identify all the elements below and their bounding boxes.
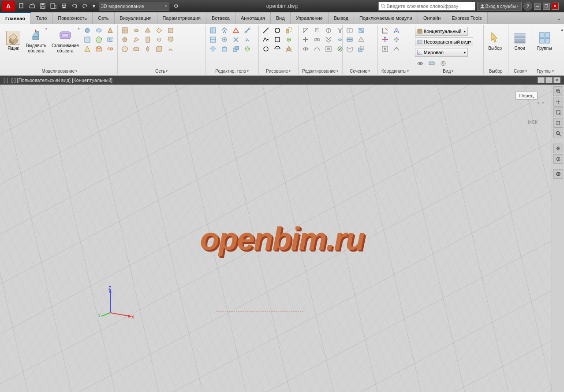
edit-btn-5[interactable] xyxy=(312,35,322,44)
edit-btn-3[interactable] xyxy=(300,44,311,53)
tab-express[interactable]: Express Tools xyxy=(446,12,487,24)
tab-output[interactable]: Вывод xyxy=(329,12,354,24)
workspace-customize[interactable]: ⚙ xyxy=(171,1,181,11)
editing-group-arrow[interactable]: ▾ xyxy=(336,69,338,73)
mesh-btn-10[interactable] xyxy=(154,26,164,35)
editbody-group-arrow[interactable]: ▾ xyxy=(247,69,249,73)
print-button[interactable] xyxy=(59,1,69,11)
sect-btn-3[interactable] xyxy=(344,44,355,53)
view-dropdown[interactable]: Несохраненный вид ▾ xyxy=(415,37,473,46)
draw-btn-8[interactable] xyxy=(284,35,294,44)
layers-group-arrow[interactable]: ▾ xyxy=(525,69,527,73)
ucs-dropdown[interactable]: Мировая ▾ xyxy=(415,48,468,57)
edit-btn-4[interactable] xyxy=(312,26,322,35)
sect-btn-4[interactable] xyxy=(356,26,366,35)
tab-online[interactable]: Онлайн xyxy=(418,12,446,24)
coord-btn-2[interactable] xyxy=(380,35,390,44)
coordinates-group-arrow[interactable]: ▾ xyxy=(407,69,409,73)
autocad-logo[interactable]: A xyxy=(2,1,15,11)
restore-button[interactable]: ❐ xyxy=(543,3,550,10)
tab-surface[interactable]: Поверхность xyxy=(52,12,93,24)
editbody-btn-3[interactable] xyxy=(208,44,218,53)
extrude-button[interactable]: Выдавитьобъекта ▾ xyxy=(24,26,49,56)
view-group-arrow[interactable]: ▾ xyxy=(452,69,453,73)
mesh-group-arrow[interactable]: ▾ xyxy=(166,69,168,73)
orbit-btn[interactable] xyxy=(553,144,563,153)
quick-access-dropdown[interactable]: ▾ xyxy=(91,1,97,11)
modeling-group-arrow[interactable]: ▾ xyxy=(75,69,77,73)
mesh-btn-7[interactable] xyxy=(142,26,153,35)
search-input[interactable] xyxy=(387,4,466,9)
zoom-extents-btn[interactable] xyxy=(553,118,563,128)
draw-btn-6[interactable] xyxy=(272,44,283,53)
editbody-btn-9[interactable] xyxy=(231,44,241,53)
login-button[interactable]: Вход в службы ▾ xyxy=(477,2,522,11)
minimize-button[interactable]: ─ xyxy=(534,3,541,10)
steering-wheel-btn[interactable] xyxy=(553,169,563,179)
saveas-button[interactable] xyxy=(49,1,58,11)
edit-btn-6[interactable] xyxy=(312,44,322,53)
editbody-btn-10[interactable] xyxy=(242,26,253,35)
tab-body[interactable]: Тело xyxy=(31,12,53,24)
small-btn-7[interactable] xyxy=(105,26,116,35)
tab-more[interactable]: + xyxy=(554,15,564,24)
coord-btn-4[interactable] xyxy=(391,26,402,35)
mesh-btn-6[interactable] xyxy=(131,44,142,53)
tab-annot[interactable]: Аннотация xyxy=(235,12,271,24)
edit-btn-1[interactable] xyxy=(300,26,311,35)
draw-btn-9[interactable] xyxy=(284,44,294,53)
showmotion-btn[interactable] xyxy=(553,154,563,164)
draw-btn-5[interactable] xyxy=(272,35,283,44)
sect-btn-1[interactable] xyxy=(344,26,355,35)
undo-button[interactable] xyxy=(70,1,79,11)
edit-btn-2[interactable] xyxy=(300,35,311,44)
close-button[interactable]: ✕ xyxy=(552,3,559,10)
view-btn-3[interactable] xyxy=(438,59,448,68)
viewport-close-button[interactable]: ✕ xyxy=(553,77,560,83)
editbody-btn-5[interactable] xyxy=(219,35,230,44)
draw-btn-1[interactable] xyxy=(261,26,271,35)
edit-btn-9[interactable] xyxy=(323,44,334,53)
small-btn-1[interactable] xyxy=(82,26,93,35)
small-btn-2[interactable] xyxy=(82,35,93,44)
select-button[interactable]: Выбор xyxy=(486,26,505,56)
tab-home[interactable]: Главная xyxy=(0,12,31,24)
section-group-arrow[interactable]: ▾ xyxy=(368,69,370,73)
coord-btn-5[interactable] xyxy=(391,35,402,44)
redo-button[interactable] xyxy=(80,1,90,11)
groups-group-arrow[interactable]: ▾ xyxy=(552,69,554,73)
mesh-btn-5[interactable] xyxy=(131,35,142,44)
mesh-btn-14[interactable] xyxy=(165,35,176,44)
draw-btn-4[interactable] xyxy=(272,26,283,35)
fillet-dropdown[interactable]: ▾ xyxy=(78,27,80,31)
mesh-btn-4[interactable] xyxy=(131,26,142,35)
draw-btn-7[interactable] xyxy=(284,26,294,35)
tab-visualize[interactable]: Визуализация xyxy=(115,12,157,24)
3d-viewport[interactable]: openbim.ru Перед ◄► МСК xyxy=(0,85,564,392)
small-btn-5[interactable] xyxy=(93,35,104,44)
editbody-btn-8[interactable] xyxy=(231,35,241,44)
ribbon-minimize-button[interactable]: ▲ xyxy=(559,26,564,33)
view-btn-1[interactable] xyxy=(415,59,426,68)
groups-button[interactable]: Группы xyxy=(535,26,554,56)
mesh-btn-13[interactable] xyxy=(165,26,176,35)
workspace-dropdown[interactable]: 3D моделирование ▾ xyxy=(99,2,169,11)
tab-plugins[interactable]: Подключаемые модули xyxy=(354,12,418,24)
sect-btn-2[interactable] xyxy=(344,35,355,44)
coord-btn-1[interactable] xyxy=(380,26,390,35)
small-btn-8[interactable] xyxy=(105,35,116,44)
mesh-btn-11[interactable] xyxy=(154,35,164,44)
zoom-realtime-btn[interactable] xyxy=(553,86,563,96)
search-bar[interactable] xyxy=(378,2,475,11)
edit-btn-8[interactable] xyxy=(323,35,334,44)
help-button[interactable]: ? xyxy=(523,2,532,11)
editbody-btn-7[interactable] xyxy=(231,26,241,35)
fillet-button[interactable]: Сглаживаниеобъекта ▾ xyxy=(49,26,81,56)
mesh-btn-8[interactable] xyxy=(142,35,153,44)
editbody-btn-6[interactable] xyxy=(219,44,230,53)
small-btn-4[interactable] xyxy=(93,26,104,35)
layers-button[interactable]: Слои xyxy=(510,26,530,56)
pan-btn[interactable] xyxy=(553,97,563,107)
editbody-btn-11[interactable] xyxy=(242,35,253,44)
sect-btn-5[interactable] xyxy=(356,35,366,44)
